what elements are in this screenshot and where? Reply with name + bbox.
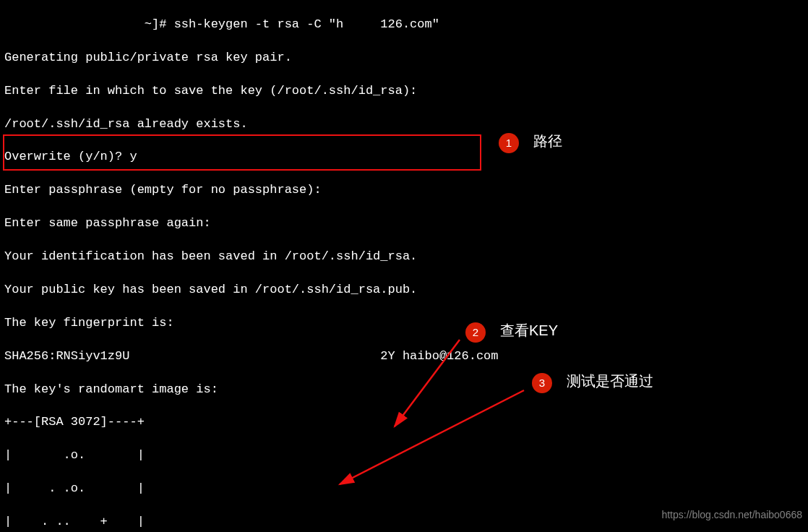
line: The key's randomart image is: [4,382,804,398]
line: SHA256:RNSiyv1z9U 2Y haibo@126.com [4,348,804,365]
line: /root/.ssh/id_rsa already exists. [4,116,804,133]
randomart-line: | . .o. | [4,481,804,497]
randomart-line: | .o. | [4,447,804,464]
watermark: https://blog.csdn.net/haibo0668 [661,508,802,522]
line: The key fingerprint is: [4,315,804,332]
line: Generating public/private rsa key pair. [4,50,804,66]
line: Overwrite (y/n)? y [4,149,804,166]
annotation-badge-1: 1 [499,133,519,153]
line: Enter passphrase (empty for no passphras… [4,182,804,199]
line-saved-id: Your identification has been saved in /r… [4,249,804,265]
terminal-output: ~]# ssh-keygen -t rsa -C "h 126.com" Gen… [0,0,808,532]
annotation-label-3: 测试是否通过 [567,372,653,391]
annotation-label-2: 查看KEY [500,321,558,340]
annotation-badge-3: 3 [532,373,552,393]
annotation-label-1: 路径 [533,132,562,151]
line-saved-pub: Your public key has been saved in /root/… [4,282,804,299]
badge-number: 3 [539,376,545,390]
line: ~]# ssh-keygen -t rsa -C "h 126.com" [4,17,804,33]
annotation-badge-2: 2 [465,322,486,343]
badge-number: 2 [473,325,478,340]
badge-number: 1 [506,136,512,150]
line: Enter same passphrase again: [4,215,804,232]
line: Enter file in which to save the key (/ro… [4,83,804,100]
randomart-line: +---[RSA 3072]----+ [4,414,804,431]
